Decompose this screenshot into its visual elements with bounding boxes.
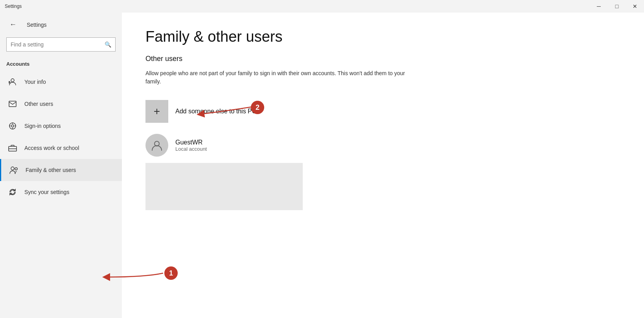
content-area: Family & other users Other users Allow p… [122, 13, 644, 318]
accounts-section-label: Accounts [0, 59, 122, 71]
window-controls: ─ □ ✕ [590, 0, 644, 13]
back-button[interactable]: ← [3, 17, 27, 33]
add-user-button[interactable]: + Add someone else to this PC [145, 97, 256, 126]
add-user-icon-box: + [145, 100, 168, 123]
email-accounts-icon [6, 98, 19, 110]
search-box[interactable]: 🔍 [6, 37, 116, 52]
svg-point-0 [11, 79, 14, 82]
user-name: GuestWR [175, 139, 207, 146]
sidebar-item-label-family-other-users: Family & other users [26, 167, 76, 173]
plus-icon: + [154, 105, 160, 118]
svg-point-14 [15, 168, 17, 170]
sidebar-item-label-access-work-school: Access work or school [24, 145, 79, 151]
sidebar-item-sync-settings[interactable]: Sync your settings [0, 181, 122, 203]
sidebar-item-label-sign-in-options: Sign-in options [24, 123, 61, 129]
user-item-guestwr[interactable]: GuestWR Local account [145, 131, 620, 160]
sidebar-item-your-info[interactable]: Your info [0, 71, 122, 93]
user-info: GuestWR Local account [175, 139, 207, 152]
sidebar-app-title: Settings [27, 22, 47, 28]
maximize-button[interactable]: □ [608, 0, 626, 13]
section-description: Allow people who are not part of your fa… [145, 69, 413, 86]
add-user-label: Add someone else to this PC [175, 108, 256, 115]
sidebar-item-label-sync-settings: Sync your settings [24, 189, 69, 195]
sidebar-item-label-email-accounts: Other users [24, 101, 53, 107]
user-avatar [145, 134, 168, 157]
back-icon: ← [9, 20, 17, 29]
close-button[interactable]: ✕ [626, 0, 644, 13]
other-users-section-title: Other users [145, 55, 620, 63]
family-other-users-icon [7, 164, 20, 176]
sidebar: ← Settings 🔍 Accounts Your info [0, 13, 122, 318]
sync-settings-icon [6, 186, 19, 198]
search-input[interactable] [11, 41, 105, 48]
svg-point-6 [11, 125, 14, 127]
app-title: Settings [5, 4, 22, 9]
user-type: Local account [175, 146, 207, 152]
sidebar-item-sign-in-options[interactable]: Sign-in options [0, 115, 122, 137]
app-window: ← Settings 🔍 Accounts Your info [0, 13, 644, 318]
sidebar-item-family-other-users[interactable]: Family & other users [0, 159, 122, 181]
sidebar-item-email-accounts[interactable]: Other users [0, 93, 122, 115]
sign-in-options-icon [6, 120, 19, 132]
sidebar-item-label-your-info: Your info [24, 79, 46, 85]
your-info-icon [6, 76, 19, 88]
redacted-content-box [145, 163, 303, 210]
titlebar: Settings ─ □ ✕ [0, 0, 644, 13]
sidebar-item-access-work-school[interactable]: Access work or school [0, 137, 122, 159]
minimize-button[interactable]: ─ [590, 0, 608, 13]
svg-point-13 [11, 167, 14, 170]
access-work-school-icon [6, 142, 19, 154]
search-icon: 🔍 [105, 41, 111, 48]
page-title: Family & other users [145, 28, 620, 45]
svg-rect-4 [9, 101, 16, 107]
